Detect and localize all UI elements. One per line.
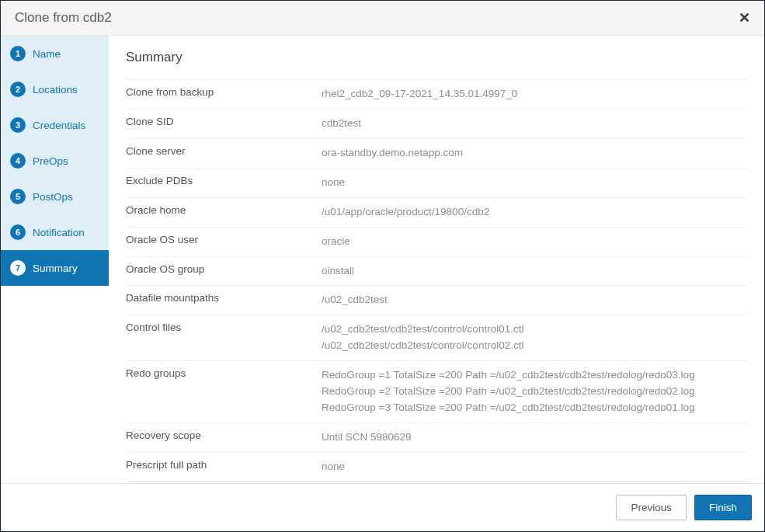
dialog-header: Clone from cdb2 ✕ <box>1 1 764 36</box>
step-number-badge: 4 <box>10 153 26 169</box>
dialog-footer: Previous Finish <box>1 483 764 531</box>
row-prescript-full-path: Prescript full path none <box>126 452 747 482</box>
summary-label: Oracle OS group <box>126 263 322 275</box>
wizard-sidebar: 1 Name 2 Locations 3 Credentials 4 PreOp… <box>1 36 109 483</box>
summary-value: none <box>322 459 345 475</box>
summary-value: /u01/app/oracle/product/19800/cdb2 <box>322 204 489 221</box>
summary-value: rhel2_cdb2_09-17-2021_14.35.01.4997_0 <box>322 86 517 103</box>
dialog-body: 1 Name 2 Locations 3 Credentials 4 PreOp… <box>1 36 764 483</box>
summary-value: oinstall <box>322 263 354 280</box>
row-clone-sid: Clone SID cdb2test <box>126 109 747 138</box>
step-label: Locations <box>33 84 78 96</box>
step-notification[interactable]: 6 Notification <box>1 214 109 250</box>
row-redo-groups: Redo groups RedoGroup =1 TotalSize =200 … <box>126 360 747 422</box>
step-preops[interactable]: 4 PreOps <box>1 143 109 179</box>
row-control-files: Control files /u02_cdb2test/cdb2test/con… <box>126 315 747 360</box>
summary-value: RedoGroup =1 TotalSize =200 Path =/u02_c… <box>322 367 694 416</box>
summary-content[interactable]: Summary Clone from backup rhel2_cdb2_09-… <box>109 36 764 483</box>
step-number-badge: 1 <box>10 46 26 61</box>
step-label: Notification <box>33 227 85 238</box>
row-recovery-scope: Recovery scope Until SCN 5980629 <box>126 422 747 452</box>
row-oracle-os-group: Oracle OS group oinstall <box>126 256 747 286</box>
summary-label: Clone server <box>126 145 322 157</box>
summary-label: Prescript full path <box>126 459 322 471</box>
summary-value: none <box>322 175 345 191</box>
step-postops[interactable]: 5 PostOps <box>1 179 109 214</box>
step-number-badge: 6 <box>10 224 26 240</box>
step-number-badge: 5 <box>10 189 26 204</box>
step-credentials[interactable]: 3 Credentials <box>1 107 109 143</box>
summary-label: Control files <box>126 322 322 333</box>
step-number-badge: 7 <box>10 260 26 276</box>
summary-label: Clone from backup <box>126 86 322 98</box>
step-locations[interactable]: 2 Locations <box>1 71 109 107</box>
step-name[interactable]: 1 Name <box>1 36 109 71</box>
step-summary[interactable]: 7 Summary <box>1 250 109 286</box>
step-label: Credentials <box>33 120 85 131</box>
step-number-badge: 3 <box>10 117 26 133</box>
row-prescript-arguments: Prescript arguments <box>126 482 747 483</box>
row-clone-from-backup: Clone from backup rhel2_cdb2_09-17-2021_… <box>126 79 747 109</box>
step-label: Summary <box>33 263 78 274</box>
summary-value: /u02_cdb2test/cdb2test/control/control01… <box>322 322 523 354</box>
step-label: PreOps <box>33 155 68 167</box>
summary-value: cdb2test <box>322 116 361 132</box>
row-oracle-home: Oracle home /u01/app/oracle/product/1980… <box>126 197 747 227</box>
summary-label: Recovery scope <box>126 429 322 441</box>
summary-label: Exclude PDBs <box>126 175 322 186</box>
summary-value: ora-standby.demo.netapp.com <box>322 145 463 162</box>
section-title: Summary <box>126 50 747 65</box>
finish-button[interactable]: Finish <box>694 495 752 520</box>
row-oracle-os-user: Oracle OS user oracle <box>126 227 747 256</box>
previous-button[interactable]: Previous <box>616 495 687 520</box>
summary-value: /u02_cdb2test <box>322 292 388 308</box>
row-datafile-mountpaths: Datafile mountpaths /u02_cdb2test <box>126 285 747 315</box>
summary-label: Datafile mountpaths <box>126 292 322 304</box>
close-button[interactable]: ✕ <box>739 9 750 26</box>
summary-value: oracle <box>322 234 350 250</box>
row-exclude-pdbs: Exclude PDBs none <box>126 168 747 197</box>
summary-label: Redo groups <box>126 367 322 379</box>
summary-label: Oracle home <box>126 204 322 216</box>
summary-label: Oracle OS user <box>126 234 322 245</box>
summary-label: Clone SID <box>126 116 322 127</box>
summary-value: Until SCN 5980629 <box>322 429 412 446</box>
step-label: Name <box>33 48 61 60</box>
step-number-badge: 2 <box>10 82 26 97</box>
row-clone-server: Clone server ora-standby.demo.netapp.com <box>126 138 747 168</box>
step-label: PostOps <box>33 191 73 203</box>
dialog-title: Clone from cdb2 <box>15 10 112 26</box>
